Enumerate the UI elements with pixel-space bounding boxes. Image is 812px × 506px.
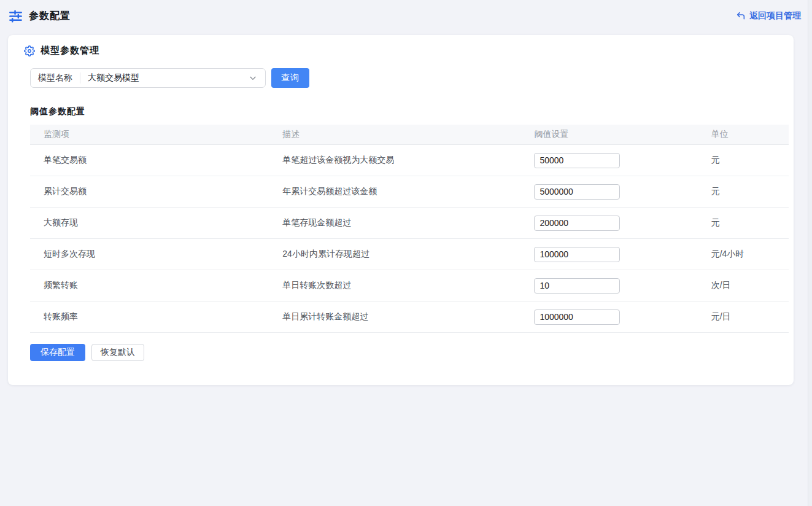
model-name-select[interactable]: 模型名称 大额交易模型: [30, 68, 266, 88]
monitor-item-desc: 单笔超过该金额视为大额交易: [269, 155, 523, 166]
monitor-item-desc: 单笔存现金额超过: [269, 217, 523, 228]
footer-buttons: 保存配置 恢复默认: [30, 344, 779, 361]
threshold-section-title: 阈值参数配置: [30, 106, 779, 117]
table-row: 频繁转账 单日转账次数超过 次/日: [30, 270, 789, 302]
col-header-desc: 描述: [269, 129, 523, 140]
back-link-label: 返回项目管理: [749, 10, 801, 21]
monitor-item-label: 短时多次存现: [30, 249, 269, 260]
save-config-button[interactable]: 保存配置: [30, 344, 85, 361]
threshold-input[interactable]: [534, 184, 620, 200]
unit-label: 元: [698, 155, 789, 166]
col-header-value: 阈值设置: [523, 129, 697, 140]
page-title: 参数配置: [29, 10, 71, 23]
monitor-item-desc: 单日累计转账金额超过: [269, 311, 523, 322]
monitor-item-label: 转账频率: [30, 311, 269, 322]
back-to-project-link[interactable]: 返回项目管理: [736, 10, 801, 21]
card-title: 模型参数管理: [41, 45, 99, 56]
table-header-row: 监测项 描述 阈值设置 单位: [30, 125, 789, 145]
undo-arrow-icon: [736, 11, 746, 21]
col-header-unit: 单位: [698, 129, 789, 140]
page-title-group: 参数配置: [9, 9, 71, 23]
model-parameter-card: 模型参数管理 模型名称 大额交易模型 查询 阈值参数配置 监测项 描述 阈值设置…: [8, 35, 794, 385]
threshold-input[interactable]: [534, 247, 620, 262]
unit-label: 元/4小时: [698, 249, 789, 260]
monitor-item-desc: 24小时内累计存现超过: [269, 249, 523, 260]
unit-label: 元: [698, 186, 789, 197]
model-name-value: 大额交易模型: [80, 72, 249, 84]
monitor-item-label: 频繁转账: [30, 280, 269, 291]
table-row: 转账频率 单日累计转账金额超过 元/日: [30, 302, 789, 333]
query-button[interactable]: 查询: [271, 68, 309, 88]
threshold-input[interactable]: [534, 278, 620, 294]
card-title-row: 模型参数管理: [24, 45, 779, 56]
threshold-table: 监测项 描述 阈值设置 单位 单笔交易额 单笔超过该金额视为大额交易 元 累计交…: [30, 125, 789, 333]
monitor-item-desc: 单日转账次数超过: [269, 280, 523, 291]
threshold-input[interactable]: [534, 153, 620, 168]
monitor-item-label: 大额存现: [30, 217, 269, 228]
unit-label: 元: [698, 217, 789, 228]
chevron-down-icon: [249, 74, 257, 82]
gear-icon: [24, 45, 35, 56]
top-bar: 参数配置 返回项目管理: [0, 0, 812, 32]
sliders-icon: [9, 9, 23, 23]
monitor-item-label: 累计交易额: [30, 186, 269, 197]
table-row: 累计交易额 年累计交易额超过该金额 元: [30, 176, 789, 208]
unit-label: 元/日: [698, 311, 789, 322]
table-row: 短时多次存现 24小时内累计存现超过 元/4小时: [30, 239, 789, 270]
threshold-input[interactable]: [534, 216, 620, 231]
monitor-item-label: 单笔交易额: [30, 155, 269, 166]
filter-row: 模型名称 大额交易模型 查询: [30, 68, 779, 88]
threshold-input[interactable]: [534, 309, 620, 325]
monitor-item-desc: 年累计交易额超过该金额: [269, 186, 523, 197]
table-row: 大额存现 单笔存现金额超过 元: [30, 208, 789, 239]
col-header-item: 监测项: [30, 129, 269, 140]
unit-label: 次/日: [698, 280, 789, 291]
model-name-label: 模型名称: [31, 72, 80, 84]
table-row: 单笔交易额 单笔超过该金额视为大额交易 元: [30, 145, 789, 176]
restore-default-button[interactable]: 恢复默认: [91, 344, 144, 361]
scrollbar-track[interactable]: [808, 0, 812, 506]
